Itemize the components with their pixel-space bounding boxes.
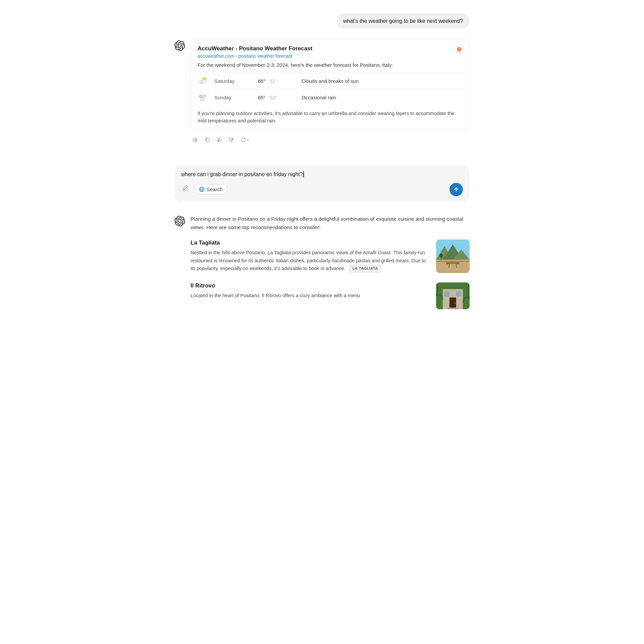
input-text-display: where can i grab dinner in positano on f… (181, 171, 463, 178)
advisory-text: If you're planning outdoor activities, i… (198, 110, 463, 125)
weather-intro: For the weekend of November 2-3, 2024, h… (198, 62, 463, 68)
restaurant-header-la-tagliata: La Tagliata Nestled in the hills above P… (191, 239, 470, 273)
user-message-1-wrapper: what's the weather going to be like next… (174, 13, 470, 29)
sunday-description: Occasional rain (302, 95, 463, 100)
chat-container: what's the weather going to be like next… (154, 0, 490, 343)
input-text-content: where can i grab dinner in positano on f… (181, 171, 303, 177)
source-domain: accuweather.com (198, 53, 234, 59)
svg-line-6 (461, 51, 462, 52)
sun-icon (454, 45, 464, 55)
svg-line-5 (457, 47, 457, 47)
source-header: AccuWeather - Positano Weather Forecast … (198, 45, 463, 59)
input-toolbar: Search (181, 183, 463, 196)
send-button[interactable] (449, 183, 463, 196)
svg-rect-42 (448, 308, 458, 309)
text-cursor (303, 171, 304, 177)
la-tagliata-description: Nestled in the hills above Positano, La … (191, 249, 431, 272)
la-tagliata-info: La Tagliata Nestled in the hills above P… (191, 239, 431, 272)
speaker-icon (193, 137, 198, 143)
source-path: positano weather forecast (238, 53, 292, 59)
restaurant-header-il-ritrovo: Il Ritrovo Located in the heart of Posit… (191, 282, 470, 309)
restaurant-assistant-content: Planning a dinner in Positano on a Frida… (191, 215, 470, 319)
rainy-icon (198, 93, 209, 102)
restaurant-entry-il-ritrovo: Il Ritrovo Located in the heart of Posit… (191, 282, 470, 309)
partly-cloudy-icon (198, 76, 209, 86)
weather-row-saturday: Saturday 66° 51° Clouds and breaks of su… (198, 72, 463, 89)
source-breadcrumb: accuweather.com › positano weather forec… (198, 53, 463, 59)
search-pill-button[interactable]: Search (194, 184, 228, 195)
thumbsdown-button[interactable] (227, 136, 236, 144)
saturday-high: 66° (258, 78, 266, 84)
restaurant-entry-la-tagliata: La Tagliata Nestled in the hills above P… (191, 239, 470, 273)
globe-icon (199, 186, 205, 192)
svg-point-41 (456, 291, 461, 294)
refresh-icon (241, 137, 246, 143)
svg-point-29 (446, 263, 449, 264)
sunday-icon-cell (198, 93, 214, 102)
saturday-day: Saturday (214, 78, 258, 84)
svg-line-15 (202, 99, 202, 101)
il-ritrovo-info: Il Ritrovo Located in the heart of Posit… (191, 282, 431, 300)
assistant-avatar (174, 40, 185, 51)
svg-rect-25 (436, 260, 470, 273)
weather-source-card: AccuWeather - Positano Weather Forecast … (191, 40, 470, 130)
la-tagliata-tag: LA TAGLIATA (350, 265, 381, 273)
svg-point-39 (444, 291, 449, 294)
action-icons-row (191, 136, 470, 144)
attach-button[interactable] (181, 184, 191, 195)
la-tagliata-image (436, 239, 470, 273)
weather-row-sunday: Sunday 65° 52° Occasional rain (198, 89, 463, 105)
thumbsup-button[interactable] (215, 136, 224, 144)
restaurant-intro: Planning a dinner in Positano on a Frida… (191, 215, 470, 232)
svg-point-13 (202, 94, 207, 98)
speaker-button[interactable] (191, 136, 200, 144)
user-message-1-bubble: what's the weather going to be like next… (336, 13, 470, 29)
svg-line-8 (457, 51, 457, 52)
thumbsup-icon (217, 137, 222, 143)
svg-line-14 (200, 99, 201, 101)
input-box: where can i grab dinner in positano on f… (174, 165, 470, 202)
la-tagliata-name: La Tagliata (191, 239, 431, 246)
restaurant-response: Planning a dinner in Positano on a Frida… (174, 215, 470, 319)
il-ritrovo-name: Il Ritrovo (191, 282, 431, 289)
weather-assistant-content: AccuWeather - Positano Weather Forecast … (191, 40, 470, 144)
source-title: AccuWeather - Positano Weather Forecast (198, 45, 463, 52)
svg-point-30 (457, 263, 459, 264)
thumbsdown-icon (229, 137, 234, 143)
sunday-high: 65° (258, 95, 266, 100)
il-ritrovo-image (436, 282, 470, 309)
il-ritrovo-description: Located in the heart of Positano, Il Rit… (191, 292, 431, 300)
copy-icon (205, 137, 210, 143)
sunday-low: 52° (270, 95, 277, 100)
saturday-temp: 66° 51° (258, 78, 302, 84)
svg-point-37 (455, 303, 456, 304)
sunday-day: Sunday (214, 95, 258, 100)
saturday-low: 51° (270, 78, 277, 84)
saturday-icon-cell (198, 76, 214, 86)
search-label: Search (207, 186, 223, 192)
send-arrow-icon (453, 186, 459, 193)
svg-rect-17 (206, 139, 209, 142)
paperclip-icon (182, 185, 189, 192)
svg-line-7 (461, 47, 462, 47)
breadcrumb-separator: › (235, 53, 237, 59)
chevron-down-icon (246, 138, 250, 142)
copy-button[interactable] (203, 136, 212, 144)
user-message-1-text: what's the weather going to be like next… (343, 18, 463, 24)
svg-line-16 (204, 99, 204, 101)
input-left-tools: Search (181, 184, 228, 195)
svg-point-33 (439, 254, 443, 258)
saturday-description: Clouds and breaks of sun (302, 78, 463, 84)
svg-point-0 (457, 47, 462, 52)
assistant-avatar-2 (174, 216, 185, 226)
weather-response: AccuWeather - Positano Weather Forecast … (174, 40, 470, 144)
refresh-button[interactable] (239, 136, 252, 144)
sunday-temp: 65° 52° (258, 95, 302, 100)
